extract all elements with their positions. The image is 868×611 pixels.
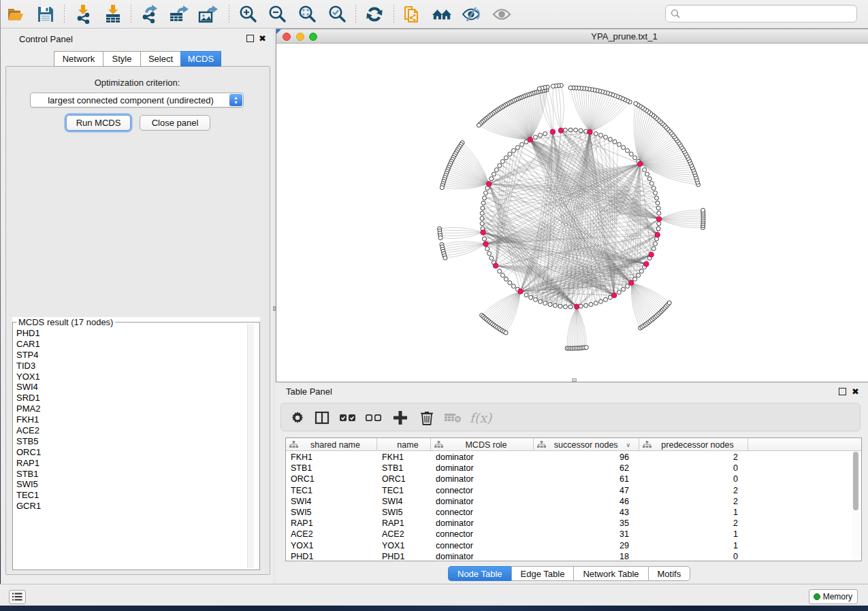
graph-ring-node[interactable] [511, 284, 515, 288]
graph-ring-node[interactable] [483, 237, 487, 241]
table-scrollbar-thumb[interactable] [853, 452, 858, 510]
graph-ring-node[interactable] [553, 303, 557, 308]
graph-ring-node[interactable] [500, 159, 504, 163]
graph-hub-node[interactable] [550, 129, 556, 135]
graph-ring-node[interactable] [492, 172, 496, 176]
column-header-name[interactable]: name [377, 438, 431, 451]
graph-ring-node[interactable] [617, 142, 621, 146]
graph-hub-node[interactable] [656, 216, 662, 222]
tab-style[interactable]: Style [103, 51, 140, 67]
graph-hub-node[interactable] [483, 242, 489, 247]
graph-ring-node[interactable] [656, 201, 660, 205]
optimization-select[interactable]: largest connected component (undirected)… [30, 93, 244, 108]
graph-ring-node[interactable] [599, 133, 603, 137]
graph-ring-node[interactable] [643, 168, 647, 172]
delete-column-icon[interactable] [417, 408, 436, 427]
home-icon[interactable] [432, 4, 452, 24]
memory-button[interactable]: Memory [809, 589, 858, 604]
graph-ring-node[interactable] [498, 163, 502, 167]
table-tab-node-table[interactable]: Node Table [448, 566, 511, 581]
graph-hub-node[interactable] [644, 261, 649, 267]
graph-hub-node[interactable] [574, 304, 579, 310]
zoom-in-icon[interactable] [238, 4, 258, 24]
graph-leaf-node[interactable] [504, 331, 508, 335]
graph-ring-node[interactable] [504, 156, 508, 160]
graph-ring-node[interactable] [626, 284, 630, 288]
clear-checkboxes-icon[interactable] [364, 408, 383, 427]
graph-ring-node[interactable] [481, 206, 485, 210]
close-window-icon[interactable] [283, 33, 291, 41]
graph-leaf-node[interactable] [634, 101, 638, 105]
table-row[interactable]: SWI4SWI4dominator462 [286, 496, 861, 507]
graph-leaf-node[interactable] [438, 236, 443, 240]
graph-ring-node[interactable] [539, 133, 543, 137]
mcds-result-item[interactable]: STB5 [14, 436, 246, 447]
graph-leaf-node[interactable] [443, 256, 447, 260]
mcds-result-item[interactable]: PMA2 [14, 403, 246, 414]
mcds-result-item[interactable]: RAP1 [14, 458, 246, 469]
show-eye-icon[interactable] [492, 4, 512, 24]
graph-ring-node[interactable] [487, 252, 492, 256]
graph-hub-node[interactable] [528, 137, 533, 143]
mcds-result-item[interactable]: STB1 [14, 469, 246, 480]
graph-hub-node[interactable] [588, 129, 593, 135]
mcds-result-item[interactable]: FKH1 [14, 414, 246, 425]
sort-chevron-icon[interactable]: ∨ [626, 442, 630, 448]
graph-ring-node[interactable] [543, 132, 547, 136]
graph-ring-node[interactable] [480, 216, 484, 220]
table-row[interactable]: TEC1TEC1connector472 [286, 485, 861, 496]
export-network-icon[interactable] [139, 4, 159, 24]
graph-ring-node[interactable] [489, 256, 494, 260]
graph-hub-node[interactable] [649, 252, 654, 258]
split-columns-icon[interactable] [312, 408, 332, 427]
table-float-icon[interactable] [839, 388, 846, 395]
graph-ring-node[interactable] [574, 128, 578, 132]
graph-ring-node[interactable] [639, 269, 643, 274]
graph-hub-node[interactable] [638, 161, 643, 167]
mcds-result-item[interactable]: SWI4 [14, 382, 246, 393]
graph-ring-node[interactable] [649, 182, 654, 186]
task-history-button[interactable] [9, 590, 26, 604]
graph-ring-node[interactable] [529, 295, 533, 299]
graph-ring-node[interactable] [558, 304, 562, 308]
graph-ring-node[interactable] [604, 297, 608, 301]
graph-leaf-node[interactable] [537, 86, 541, 90]
save-session-icon[interactable] [35, 4, 56, 24]
graph-ring-node[interactable] [654, 191, 658, 195]
graph-ring-node[interactable] [539, 299, 543, 303]
graph-hub-node[interactable] [558, 128, 564, 133]
graph-ring-node[interactable] [594, 132, 598, 136]
table-tab-motifs[interactable]: Motifs [648, 566, 691, 581]
tab-network[interactable]: Network [54, 51, 103, 67]
graph-ring-node[interactable] [508, 152, 512, 156]
minimize-window-icon[interactable] [296, 33, 304, 41]
column-header-shared-name[interactable]: shared name [286, 438, 377, 451]
mcds-result-item[interactable]: ACE2 [14, 425, 246, 436]
graph-ring-node[interactable] [599, 299, 603, 303]
function-builder-icon[interactable]: f(x) [468, 408, 494, 427]
graph-ring-node[interactable] [613, 139, 617, 144]
graph-hub-node[interactable] [487, 181, 492, 186]
graph-ring-node[interactable] [584, 303, 588, 308]
graph-leaf-node[interactable] [667, 301, 671, 305]
graph-ring-node[interactable] [622, 287, 626, 291]
table-row[interactable]: ACE2ACE2connector311 [286, 529, 861, 540]
table-row[interactable]: PHD1PHD1dominator180 [286, 551, 861, 561]
graph-ring-node[interactable] [637, 274, 641, 278]
table-row[interactable]: STB1STB1dominator620 [286, 463, 861, 474]
settings-gear-icon[interactable] [288, 408, 307, 427]
float-panel-icon[interactable] [246, 35, 254, 42]
mcds-result-item[interactable]: STP4 [14, 350, 246, 361]
graph-ring-node[interactable] [489, 177, 494, 181]
zoom-fit-icon[interactable] [297, 4, 317, 24]
graph-ring-node[interactable] [633, 277, 637, 281]
graph-ring-node[interactable] [511, 148, 515, 152]
zoom-selected-icon[interactable] [327, 4, 347, 24]
graph-ring-node[interactable] [655, 196, 659, 200]
import-network-icon[interactable] [73, 4, 93, 24]
graph-hub-node[interactable] [628, 280, 634, 286]
graph-ring-node[interactable] [483, 196, 487, 200]
delete-table-icon[interactable] [443, 408, 462, 427]
maximize-window-icon[interactable] [309, 33, 317, 41]
graph-leaf-node[interactable] [440, 186, 444, 190]
